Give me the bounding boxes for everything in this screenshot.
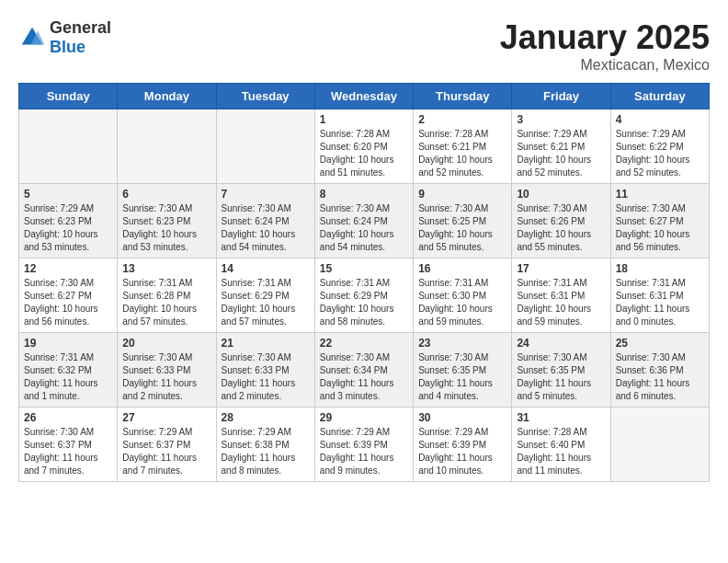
- month-year-title: January 2025: [500, 18, 710, 57]
- day-info: Sunrise: 7:30 AM Sunset: 6:33 PM Dayligh…: [122, 351, 210, 403]
- day-number: 6: [122, 188, 210, 201]
- day-info: Sunrise: 7:30 AM Sunset: 6:24 PM Dayligh…: [320, 202, 408, 254]
- day-info: Sunrise: 7:29 AM Sunset: 6:21 PM Dayligh…: [517, 128, 605, 179]
- calendar-day-cell: 31Sunrise: 7:28 AM Sunset: 6:40 PM Dayli…: [512, 408, 610, 482]
- day-number: 11: [616, 188, 704, 201]
- day-number: 31: [517, 411, 605, 424]
- day-info: Sunrise: 7:28 AM Sunset: 6:40 PM Dayligh…: [517, 426, 605, 477]
- weekday-header-sunday: Sunday: [19, 84, 118, 109]
- day-info: Sunrise: 7:30 AM Sunset: 6:27 PM Dayligh…: [24, 277, 112, 328]
- calendar-day-cell: 24Sunrise: 7:30 AM Sunset: 6:35 PM Dayli…: [512, 333, 610, 408]
- day-number: 19: [24, 337, 112, 350]
- calendar-day-cell: 5Sunrise: 7:29 AM Sunset: 6:23 PM Daylig…: [19, 184, 118, 259]
- day-number: 18: [616, 262, 704, 275]
- day-number: 24: [517, 337, 605, 350]
- day-number: 26: [24, 411, 112, 424]
- day-number: 14: [222, 262, 310, 275]
- logo: General Blue: [18, 18, 111, 57]
- day-info: Sunrise: 7:31 AM Sunset: 6:32 PM Dayligh…: [24, 351, 112, 403]
- calendar-day-cell: [118, 109, 216, 184]
- calendar-day-cell: 17Sunrise: 7:31 AM Sunset: 6:31 PM Dayli…: [512, 259, 610, 333]
- day-number: 16: [418, 262, 506, 275]
- title-area: January 2025 Mexticacan, Mexico: [500, 18, 710, 74]
- calendar-day-cell: 3Sunrise: 7:29 AM Sunset: 6:21 PM Daylig…: [512, 109, 610, 184]
- day-info: Sunrise: 7:30 AM Sunset: 6:23 PM Dayligh…: [122, 202, 210, 254]
- day-number: 1: [320, 113, 408, 126]
- calendar-day-cell: 16Sunrise: 7:31 AM Sunset: 6:30 PM Dayli…: [414, 259, 512, 333]
- day-info: Sunrise: 7:31 AM Sunset: 6:31 PM Dayligh…: [517, 277, 605, 328]
- day-info: Sunrise: 7:30 AM Sunset: 6:24 PM Dayligh…: [222, 202, 310, 254]
- calendar-day-cell: [610, 408, 709, 482]
- day-info: Sunrise: 7:29 AM Sunset: 6:22 PM Dayligh…: [616, 128, 704, 179]
- calendar-day-cell: 4Sunrise: 7:29 AM Sunset: 6:22 PM Daylig…: [610, 109, 709, 184]
- page-container: General Blue January 2025 Mexticacan, Me…: [18, 18, 710, 482]
- calendar-day-cell: 13Sunrise: 7:31 AM Sunset: 6:28 PM Dayli…: [118, 259, 216, 333]
- day-number: 30: [418, 411, 506, 424]
- calendar-week-row: 1Sunrise: 7:28 AM Sunset: 6:20 PM Daylig…: [19, 109, 710, 184]
- weekday-header-thursday: Thursday: [414, 84, 512, 109]
- day-number: 10: [517, 188, 605, 201]
- weekday-header-saturday: Saturday: [610, 84, 709, 109]
- calendar-day-cell: 7Sunrise: 7:30 AM Sunset: 6:24 PM Daylig…: [216, 184, 314, 259]
- day-number: 9: [418, 188, 506, 201]
- calendar-day-cell: 1Sunrise: 7:28 AM Sunset: 6:20 PM Daylig…: [314, 109, 413, 184]
- day-info: Sunrise: 7:29 AM Sunset: 6:38 PM Dayligh…: [222, 426, 310, 477]
- location-title: Mexticacan, Mexico: [500, 57, 710, 74]
- day-info: Sunrise: 7:30 AM Sunset: 6:37 PM Dayligh…: [24, 426, 112, 477]
- day-info: Sunrise: 7:31 AM Sunset: 6:28 PM Dayligh…: [122, 277, 210, 328]
- day-info: Sunrise: 7:29 AM Sunset: 6:39 PM Dayligh…: [418, 426, 506, 477]
- day-number: 15: [320, 262, 408, 275]
- calendar-day-cell: 23Sunrise: 7:30 AM Sunset: 6:35 PM Dayli…: [414, 333, 512, 408]
- day-number: 29: [320, 411, 408, 424]
- day-number: 5: [24, 188, 112, 201]
- weekday-row: SundayMondayTuesdayWednesdayThursdayFrid…: [19, 84, 710, 109]
- day-number: 28: [222, 411, 310, 424]
- calendar-day-cell: 19Sunrise: 7:31 AM Sunset: 6:32 PM Dayli…: [19, 333, 118, 408]
- day-number: 23: [418, 337, 506, 350]
- day-number: 22: [320, 337, 408, 350]
- calendar-day-cell: 30Sunrise: 7:29 AM Sunset: 6:39 PM Dayli…: [414, 408, 512, 482]
- day-number: 20: [122, 337, 210, 350]
- day-number: 13: [122, 262, 210, 275]
- logo-icon: [18, 24, 46, 52]
- calendar-day-cell: 10Sunrise: 7:30 AM Sunset: 6:26 PM Dayli…: [512, 184, 610, 259]
- day-info: Sunrise: 7:29 AM Sunset: 6:39 PM Dayligh…: [320, 426, 408, 477]
- calendar-day-cell: 18Sunrise: 7:31 AM Sunset: 6:31 PM Dayli…: [610, 259, 709, 333]
- calendar-day-cell: 6Sunrise: 7:30 AM Sunset: 6:23 PM Daylig…: [118, 184, 216, 259]
- calendar-day-cell: 12Sunrise: 7:30 AM Sunset: 6:27 PM Dayli…: [19, 259, 118, 333]
- calendar-day-cell: [216, 109, 314, 184]
- day-info: Sunrise: 7:30 AM Sunset: 6:36 PM Dayligh…: [616, 351, 704, 403]
- calendar-header: SundayMondayTuesdayWednesdayThursdayFrid…: [19, 84, 710, 109]
- day-info: Sunrise: 7:28 AM Sunset: 6:21 PM Dayligh…: [418, 128, 506, 179]
- calendar-day-cell: 2Sunrise: 7:28 AM Sunset: 6:21 PM Daylig…: [414, 109, 512, 184]
- calendar-day-cell: 22Sunrise: 7:30 AM Sunset: 6:34 PM Dayli…: [314, 333, 413, 408]
- calendar-day-cell: 8Sunrise: 7:30 AM Sunset: 6:24 PM Daylig…: [314, 184, 413, 259]
- calendar-body: 1Sunrise: 7:28 AM Sunset: 6:20 PM Daylig…: [19, 109, 710, 482]
- day-number: 7: [222, 188, 310, 201]
- day-number: 4: [616, 113, 704, 126]
- calendar-week-row: 5Sunrise: 7:29 AM Sunset: 6:23 PM Daylig…: [19, 184, 710, 259]
- day-info: Sunrise: 7:31 AM Sunset: 6:31 PM Dayligh…: [616, 277, 704, 328]
- calendar-day-cell: 28Sunrise: 7:29 AM Sunset: 6:38 PM Dayli…: [216, 408, 314, 482]
- day-info: Sunrise: 7:30 AM Sunset: 6:27 PM Dayligh…: [616, 202, 704, 254]
- weekday-header-friday: Friday: [512, 84, 610, 109]
- day-info: Sunrise: 7:31 AM Sunset: 6:30 PM Dayligh…: [418, 277, 506, 328]
- weekday-header-wednesday: Wednesday: [314, 84, 413, 109]
- day-number: 17: [517, 262, 605, 275]
- logo-general-text: General: [50, 18, 111, 37]
- weekday-header-tuesday: Tuesday: [216, 84, 314, 109]
- calendar-day-cell: 27Sunrise: 7:29 AM Sunset: 6:37 PM Dayli…: [118, 408, 216, 482]
- day-info: Sunrise: 7:30 AM Sunset: 6:25 PM Dayligh…: [418, 202, 506, 254]
- calendar-day-cell: 14Sunrise: 7:31 AM Sunset: 6:29 PM Dayli…: [216, 259, 314, 333]
- day-number: 21: [222, 337, 310, 350]
- day-info: Sunrise: 7:28 AM Sunset: 6:20 PM Dayligh…: [320, 128, 408, 179]
- day-number: 2: [418, 113, 506, 126]
- day-info: Sunrise: 7:31 AM Sunset: 6:29 PM Dayligh…: [222, 277, 310, 328]
- calendar-day-cell: 29Sunrise: 7:29 AM Sunset: 6:39 PM Dayli…: [314, 408, 413, 482]
- header-area: General Blue January 2025 Mexticacan, Me…: [18, 18, 710, 74]
- day-info: Sunrise: 7:30 AM Sunset: 6:35 PM Dayligh…: [517, 351, 605, 403]
- logo-blue-text: Blue: [50, 38, 85, 56]
- calendar-day-cell: [19, 109, 118, 184]
- day-info: Sunrise: 7:29 AM Sunset: 6:37 PM Dayligh…: [122, 426, 210, 477]
- day-number: 8: [320, 188, 408, 201]
